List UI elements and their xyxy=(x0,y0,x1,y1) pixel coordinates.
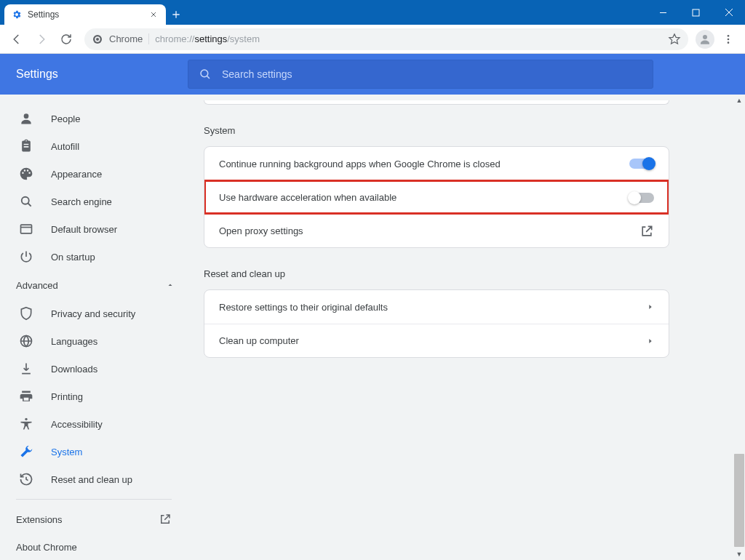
forward-button[interactable] xyxy=(31,28,52,50)
row-clean-up-computer[interactable]: Clean up computer xyxy=(204,324,669,357)
search-icon xyxy=(199,68,212,81)
titlebar: Settings xyxy=(0,0,745,25)
svg-point-9 xyxy=(24,113,29,119)
svg-rect-11 xyxy=(21,225,32,233)
svg-point-3 xyxy=(96,38,99,41)
browser-tab[interactable]: Settings xyxy=(4,4,166,25)
scrollbar[interactable]: ▲ ▼ xyxy=(733,95,745,560)
maximize-button[interactable] xyxy=(680,0,712,25)
main-panel: System Continue running background apps … xyxy=(188,95,745,560)
row-proxy-settings[interactable]: Open proxy settings xyxy=(204,214,669,247)
toggle-background-apps[interactable] xyxy=(629,159,654,169)
sidebar-item-system[interactable]: System xyxy=(0,438,188,465)
scroll-down-icon[interactable]: ▼ xyxy=(736,548,743,560)
sidebar-item-label: People xyxy=(51,113,80,124)
sidebar-item-label: Extensions xyxy=(16,514,63,525)
svg-point-4 xyxy=(703,35,707,39)
profile-avatar[interactable] xyxy=(696,30,714,49)
shield-icon xyxy=(19,306,33,321)
sidebar-item-default-browser[interactable]: Default browser xyxy=(0,215,188,243)
sidebar-item-reset[interactable]: Reset and clean up xyxy=(0,465,188,493)
section-title-system: System xyxy=(204,125,669,136)
sidebar-item-accessibility[interactable]: Accessibility xyxy=(0,410,188,438)
sidebar-item-label: About Chrome xyxy=(16,542,77,553)
person-icon xyxy=(19,111,33,126)
open-external-icon xyxy=(640,224,654,239)
sidebar-group-advanced[interactable]: Advanced xyxy=(0,271,188,300)
url-text: chrome://settings/system xyxy=(155,33,260,44)
previous-card-edge xyxy=(204,100,669,105)
search-icon xyxy=(19,194,33,209)
sidebar-item-privacy[interactable]: Privacy and security xyxy=(0,300,188,327)
row-hardware-acceleration[interactable]: Use hardware acceleration when available xyxy=(204,180,669,214)
address-bar[interactable]: Chrome chrome://settings/system xyxy=(84,28,688,50)
tab-title: Settings xyxy=(28,9,143,20)
browser-toolbar: Chrome chrome://settings/system xyxy=(0,25,745,54)
download-icon xyxy=(19,361,33,376)
row-background-apps[interactable]: Continue running background apps when Go… xyxy=(204,147,669,180)
page-title: Settings xyxy=(16,68,188,81)
sidebar-item-search-engine[interactable]: Search engine xyxy=(0,188,188,215)
sidebar-item-downloads[interactable]: Downloads xyxy=(0,355,188,383)
sidebar-item-on-startup[interactable]: On startup xyxy=(0,243,188,271)
sidebar-item-label: Languages xyxy=(51,336,97,347)
svg-point-5 xyxy=(728,35,730,37)
sidebar-item-label: Downloads xyxy=(51,364,97,375)
sidebar-item-label: Appearance xyxy=(51,169,102,180)
sidebar-item-label: On startup xyxy=(51,252,95,263)
toggle-hardware-acceleration[interactable] xyxy=(629,193,654,203)
back-button[interactable] xyxy=(6,28,28,50)
row-label: Use hardware acceleration when available xyxy=(219,192,629,203)
sidebar: People Autofill Appearance Search engine… xyxy=(0,95,188,560)
row-label: Clean up computer xyxy=(219,335,647,346)
sidebar-item-printing[interactable]: Printing xyxy=(0,383,188,410)
clipboard-icon xyxy=(19,139,33,153)
svg-point-8 xyxy=(201,70,208,77)
search-settings-box[interactable] xyxy=(188,60,653,89)
site-info-icon[interactable] xyxy=(92,33,103,45)
power-icon xyxy=(19,249,33,264)
sidebar-item-about[interactable]: About Chrome xyxy=(0,533,188,560)
close-window-button[interactable] xyxy=(712,0,745,25)
divider xyxy=(16,499,172,500)
window-controls xyxy=(647,0,745,25)
sidebar-item-appearance[interactable]: Appearance xyxy=(0,160,188,188)
svg-point-13 xyxy=(25,418,27,420)
svg-point-7 xyxy=(728,41,730,44)
globe-icon xyxy=(19,334,33,348)
sidebar-item-label: Printing xyxy=(51,391,83,402)
sidebar-item-autofill[interactable]: Autofill xyxy=(0,132,188,160)
sidebar-group-label: Advanced xyxy=(16,280,58,291)
accessibility-icon xyxy=(19,417,33,431)
bookmark-icon[interactable] xyxy=(668,33,681,46)
printer-icon xyxy=(19,389,33,404)
sidebar-item-label: Default browser xyxy=(51,224,117,235)
reset-card: Restore settings to their original defau… xyxy=(204,289,669,358)
sidebar-item-people[interactable]: People xyxy=(0,105,188,132)
wrench-icon xyxy=(19,444,33,459)
reload-button[interactable] xyxy=(55,28,77,50)
scrollbar-thumb[interactable] xyxy=(734,454,744,547)
new-tab-button[interactable] xyxy=(166,4,186,25)
browser-icon xyxy=(19,222,33,236)
settings-header: Settings xyxy=(0,54,745,95)
search-settings-input[interactable] xyxy=(222,68,642,80)
chevron-right-icon xyxy=(647,337,654,345)
system-card: Continue running background apps when Go… xyxy=(204,146,669,248)
menu-button[interactable] xyxy=(717,28,739,50)
row-label: Continue running background apps when Go… xyxy=(219,159,629,169)
section-title-reset: Reset and clean up xyxy=(204,268,669,279)
minimize-button[interactable] xyxy=(647,0,680,25)
restore-icon xyxy=(19,472,33,487)
sidebar-item-extensions[interactable]: Extensions xyxy=(0,505,188,533)
row-restore-defaults[interactable]: Restore settings to their original defau… xyxy=(204,290,669,324)
sidebar-item-label: System xyxy=(51,447,82,457)
chevron-right-icon xyxy=(647,303,654,311)
sidebar-item-languages[interactable]: Languages xyxy=(0,327,188,355)
row-label: Restore settings to their original defau… xyxy=(219,302,647,313)
close-tab-icon[interactable] xyxy=(148,9,159,20)
scroll-up-icon[interactable]: ▲ xyxy=(736,95,743,106)
svg-point-10 xyxy=(22,197,29,204)
row-label: Open proxy settings xyxy=(219,225,640,236)
sidebar-item-label: Reset and clean up xyxy=(51,474,132,485)
